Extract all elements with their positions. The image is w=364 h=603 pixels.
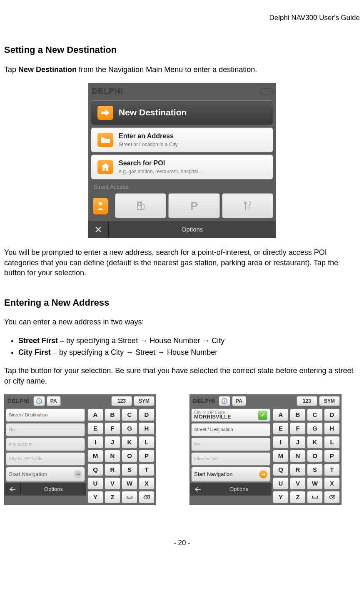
back-button[interactable] <box>5 483 21 496</box>
key-z[interactable]: Z <box>290 491 306 503</box>
menu-label: Enter an Address <box>119 132 269 141</box>
key-e[interactable]: E <box>87 422 103 435</box>
field-city[interactable]: City or ZIP Code <box>6 452 85 466</box>
key-c[interactable]: C <box>122 409 137 421</box>
key-k[interactable]: K <box>122 436 137 449</box>
key-space[interactable] <box>122 491 137 503</box>
key-q[interactable]: Q <box>87 463 103 476</box>
key-c[interactable]: C <box>307 409 323 421</box>
folder-icon <box>97 133 113 147</box>
state-button[interactable]: PA <box>47 396 61 406</box>
key-i[interactable]: I <box>273 436 289 449</box>
key-w[interactable]: W <box>122 477 137 490</box>
svg-text:i: i <box>224 399 225 403</box>
field-street[interactable]: Street / Destination <box>191 423 270 436</box>
key-v[interactable]: V <box>290 477 306 490</box>
key-r[interactable]: R <box>105 463 120 476</box>
key-s[interactable]: S <box>307 463 323 476</box>
direct-access-parking[interactable]: P <box>168 193 219 218</box>
key-backspace[interactable] <box>139 491 155 503</box>
field-street[interactable]: Street / Destination <box>6 409 85 422</box>
key-m[interactable]: M <box>87 450 103 462</box>
key-space[interactable] <box>307 491 323 503</box>
numbers-button[interactable]: 123 <box>111 396 132 406</box>
back-button[interactable] <box>190 483 206 496</box>
key-y[interactable]: Y <box>273 491 289 503</box>
bullet-rest: – by specifying a Street → House Number … <box>58 336 224 345</box>
key-backspace[interactable] <box>324 491 340 503</box>
key-u[interactable]: U <box>273 477 289 490</box>
field-number[interactable]: No. <box>6 423 85 436</box>
key-p[interactable]: P <box>139 450 155 462</box>
field-intersection[interactable]: Intersection <box>6 438 85 451</box>
key-a[interactable]: A <box>87 409 103 421</box>
key-j[interactable]: J <box>290 436 306 449</box>
address-entry-methods-list: Street First – by specifying a Street → … <box>4 336 360 358</box>
start-navigation-button[interactable]: Start Navigation ➔ <box>191 467 270 482</box>
keypad: ABCDEFGHIJKLMNOPQRSTUVWXYZ <box>272 407 341 505</box>
direct-access-restaurant[interactable] <box>222 193 273 218</box>
key-g[interactable]: G <box>307 422 323 435</box>
menu-item-search-poi[interactable]: Search for POI e.g. gas station, restaur… <box>91 154 273 179</box>
key-x[interactable]: X <box>324 477 340 490</box>
direct-access-gas[interactable] <box>115 193 166 218</box>
menu-item-new-destination[interactable]: New Destination <box>91 100 273 125</box>
key-e[interactable]: E <box>273 422 289 435</box>
heading-setting-new-destination: Setting a New Destination <box>4 44 360 56</box>
start-navigation-button[interactable]: Start Navigation ➔ <box>6 467 85 482</box>
key-t[interactable]: T <box>139 463 155 476</box>
person-icon <box>93 198 108 214</box>
key-o[interactable]: O <box>307 450 323 462</box>
key-h[interactable]: H <box>324 422 340 435</box>
info-button[interactable]: i <box>33 396 45 406</box>
key-u[interactable]: U <box>87 477 103 490</box>
key-g[interactable]: G <box>122 422 137 435</box>
key-l[interactable]: L <box>139 436 155 449</box>
numbers-button[interactable]: 123 <box>297 396 317 406</box>
key-m[interactable]: M <box>273 450 289 462</box>
key-d[interactable]: D <box>139 409 155 421</box>
key-j[interactable]: J <box>105 436 120 449</box>
list-item: Street First – by specifying a Street → … <box>18 336 360 346</box>
key-o[interactable]: O <box>122 450 137 462</box>
bullet-street-first: Street First <box>18 336 58 345</box>
key-t[interactable]: T <box>324 463 340 476</box>
field-number[interactable]: No. <box>191 438 270 451</box>
arrow-circle-icon: ➔ <box>74 470 82 478</box>
key-p[interactable]: P <box>324 450 340 462</box>
key-n[interactable]: N <box>290 450 306 462</box>
key-v[interactable]: V <box>105 477 120 490</box>
key-s[interactable]: S <box>122 463 137 476</box>
key-y[interactable]: Y <box>87 491 103 503</box>
fuel-icon <box>135 200 146 211</box>
key-f[interactable]: F <box>105 422 120 435</box>
key-b[interactable]: B <box>105 409 120 421</box>
field-intersection[interactable]: Intersection <box>191 452 270 466</box>
key-r[interactable]: R <box>290 463 306 476</box>
key-x[interactable]: X <box>139 477 155 490</box>
key-b[interactable]: B <box>290 409 306 421</box>
symbols-button[interactable]: SYM <box>134 396 155 406</box>
options-button[interactable]: Options <box>109 221 276 238</box>
direct-access-label: Direct Access <box>88 182 276 192</box>
key-z[interactable]: Z <box>105 491 120 503</box>
options-button[interactable]: Options <box>21 483 86 496</box>
options-button[interactable]: Options <box>206 483 272 496</box>
key-l[interactable]: L <box>324 436 340 449</box>
key-h[interactable]: H <box>139 422 155 435</box>
key-w[interactable]: W <box>307 477 323 490</box>
state-button[interactable]: PA <box>232 396 246 406</box>
key-f[interactable]: F <box>290 422 306 435</box>
key-n[interactable]: N <box>105 450 120 462</box>
key-d[interactable]: D <box>324 409 340 421</box>
key-a[interactable]: A <box>273 409 289 421</box>
key-i[interactable]: I <box>87 436 103 449</box>
back-arrow-icon <box>194 487 201 492</box>
menu-item-enter-address[interactable]: Enter an Address Street or Location in a… <box>91 127 273 152</box>
field-city-entered[interactable]: City or ZIP Code MORRISVILLE ✓ <box>191 409 270 422</box>
symbols-button[interactable]: SYM <box>319 396 340 406</box>
info-button[interactable]: i <box>219 396 230 406</box>
key-q[interactable]: Q <box>273 463 289 476</box>
close-button[interactable] <box>88 221 109 238</box>
key-k[interactable]: K <box>307 436 323 449</box>
